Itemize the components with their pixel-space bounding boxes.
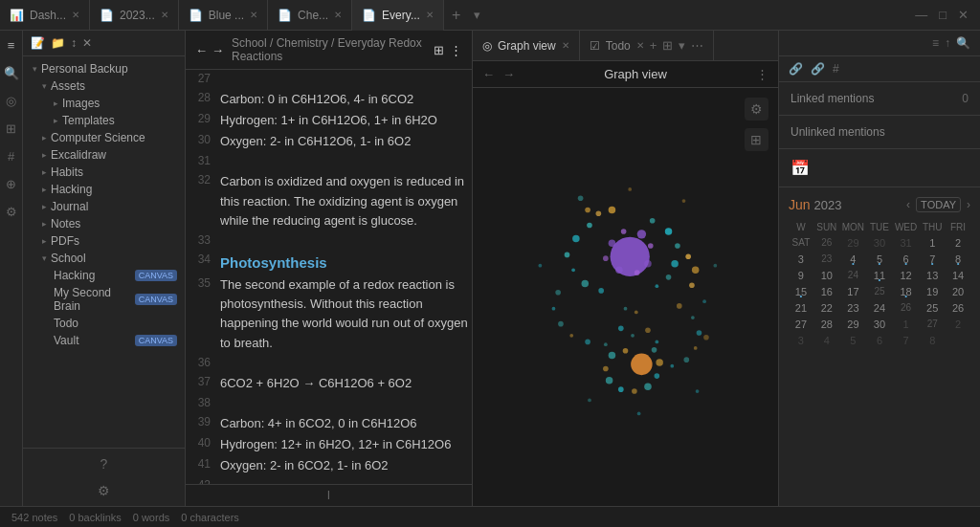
cal-day-17[interactable]: 17: [840, 284, 866, 299]
new-note-icon[interactable]: 📝: [31, 36, 45, 50]
cal-day-27[interactable]: 27: [789, 317, 813, 332]
files-icon[interactable]: ≡: [6, 36, 17, 55]
cal-day-7-next[interactable]: 7: [893, 333, 919, 348]
cal-day-1[interactable]: 1: [920, 235, 945, 251]
cal-day-6-next[interactable]: 6: [867, 333, 892, 348]
plugin-icon[interactable]: ⊕: [4, 175, 18, 193]
tab-close-blue[interactable]: ✕: [250, 10, 257, 20]
close-window-icon[interactable]: ✕: [954, 6, 972, 24]
link-unlink-icon[interactable]: 🔗: [811, 62, 825, 76]
tree-templates[interactable]: ▸ Templates: [23, 112, 185, 129]
cal-day-2[interactable]: 2: [946, 235, 970, 251]
cal-day-9[interactable]: 9: [789, 268, 813, 283]
tree-my-second-brain[interactable]: My Second Brain CANVAS: [23, 284, 185, 315]
bookmark-icon[interactable]: ⊞: [4, 120, 18, 138]
cal-day-18[interactable]: 18: [893, 284, 919, 299]
tree-hacking[interactable]: ▸ Hacking: [23, 181, 185, 198]
cal-next-icon[interactable]: ›: [967, 198, 970, 211]
tree-pdfs[interactable]: ▸ PDFs: [23, 232, 185, 250]
cal-day-2-next[interactable]: 2: [946, 317, 970, 332]
tab-2023[interactable]: 📄 2023... ✕: [90, 0, 179, 31]
cal-day-4-next[interactable]: 4: [814, 333, 839, 348]
cal-day-1-next[interactable]: 1: [893, 317, 919, 332]
graph-tab-close[interactable]: ✕: [562, 40, 569, 51]
tree-images[interactable]: ▸ Images: [23, 95, 185, 112]
tree-vault[interactable]: Vault CANVAS: [23, 332, 185, 349]
todo-more-icon[interactable]: ⋯: [691, 38, 703, 53]
cal-day-5-next[interactable]: 5: [840, 333, 866, 348]
tab-every[interactable]: 📄 Every... ✕: [352, 0, 444, 31]
graph-canvas[interactable]: ⚙ ⊞: [473, 88, 778, 506]
cal-day-8[interactable]: 8: [946, 252, 970, 267]
tab-close-dash[interactable]: ✕: [72, 10, 79, 20]
new-folder-icon[interactable]: 📁: [51, 36, 65, 50]
tree-todo[interactable]: Todo: [23, 315, 185, 332]
restore-icon[interactable]: □: [935, 6, 950, 24]
tab-dash[interactable]: 📊 Dash... ✕: [0, 0, 90, 31]
tab-overflow-chevron[interactable]: ▾: [468, 8, 486, 22]
help-icon[interactable]: ?: [23, 452, 185, 475]
hash-icon[interactable]: #: [833, 62, 839, 76]
link-icon[interactable]: 🔗: [789, 62, 803, 76]
editor-content[interactable]: 27 28 Carbon: 0 in C6H12O6, 4- in 6CO2 2…: [186, 70, 472, 484]
close-sidebar-icon[interactable]: ✕: [82, 36, 92, 50]
cal-day-20[interactable]: 20: [946, 284, 970, 299]
tree-journal[interactable]: ▸ Journal: [23, 198, 185, 215]
panel-search-icon[interactable]: 🔍: [956, 36, 970, 50]
tree-excalidraw[interactable]: ▸ Excalidraw: [23, 146, 185, 164]
calendar-icon[interactable]: 📅: [791, 160, 810, 176]
cal-day-22[interactable]: 22: [814, 300, 839, 316]
cal-day-25[interactable]: 25: [920, 300, 945, 316]
graph-view-tab[interactable]: ◎ Graph view ✕: [473, 31, 580, 60]
cal-day-24[interactable]: 24: [867, 300, 892, 316]
cal-day-21[interactable]: 21: [789, 300, 813, 316]
tree-school-hacking[interactable]: Hacking CANVAS: [23, 267, 185, 284]
tree-notes[interactable]: ▸ Notes: [23, 215, 185, 232]
forward-icon[interactable]: →: [212, 43, 224, 57]
tag-icon[interactable]: #: [6, 147, 16, 165]
cal-day-19[interactable]: 19: [920, 284, 945, 299]
tab-close-che[interactable]: ✕: [334, 10, 342, 20]
tab-blue[interactable]: 📄 Blue ... ✕: [179, 0, 268, 31]
cal-day-13[interactable]: 13: [920, 268, 945, 283]
cal-day-16[interactable]: 16: [814, 284, 839, 299]
tab-close-2023[interactable]: ✕: [161, 10, 168, 20]
cal-day-11[interactable]: 11: [867, 268, 892, 283]
cal-today-button[interactable]: TODAY: [916, 197, 961, 212]
graph-back-icon[interactable]: ←: [482, 67, 495, 81]
cal-day-14[interactable]: 14: [946, 268, 970, 283]
settings-bottom-icon[interactable]: ⚙: [23, 479, 185, 502]
todo-chevron-icon[interactable]: ▾: [679, 38, 685, 53]
todo-tab[interactable]: ☑ Todo ✕ + ⊞ ▾ ⋯: [580, 31, 715, 60]
graph-settings-icon[interactable]: ⚙: [745, 98, 768, 121]
graph-icon[interactable]: ◎: [4, 92, 18, 110]
tab-che[interactable]: 📄 Che... ✕: [268, 0, 352, 31]
tab-close-every[interactable]: ✕: [426, 10, 434, 20]
minimize-icon[interactable]: —: [911, 6, 931, 24]
tree-school[interactable]: ▾ School: [23, 250, 185, 267]
graph-more-icon[interactable]: ⋮: [756, 67, 768, 81]
tab-add-button[interactable]: +: [444, 7, 468, 24]
list-icon[interactable]: ≡: [932, 36, 939, 50]
back-icon[interactable]: ←: [195, 43, 208, 57]
cal-day-29-prev[interactable]: 29: [840, 235, 866, 251]
tree-assets[interactable]: ▾ Assets: [23, 77, 185, 95]
cal-day-3[interactable]: 3: [789, 252, 813, 267]
cal-day-7[interactable]: 7: [920, 252, 945, 267]
todo-add-icon[interactable]: +: [650, 38, 657, 53]
cal-day-5[interactable]: 5: [867, 252, 892, 267]
todo-split-icon[interactable]: ⊞: [662, 38, 673, 53]
graph-filter-icon[interactable]: ⊞: [745, 128, 768, 151]
cal-day-26[interactable]: 26: [946, 300, 970, 316]
todo-tab-close[interactable]: ✕: [636, 40, 644, 51]
tree-habits[interactable]: ▸ Habits: [23, 164, 185, 181]
cal-day-30[interactable]: 30: [867, 317, 892, 332]
cal-day-10[interactable]: 10: [814, 268, 839, 283]
cal-day-6[interactable]: 6: [893, 252, 919, 267]
cal-day-12[interactable]: 12: [893, 268, 919, 283]
cal-day-31-prev[interactable]: 31: [893, 235, 919, 251]
cal-day-29[interactable]: 29: [840, 317, 866, 332]
settings-icon[interactable]: ⚙: [4, 203, 19, 221]
cal-day-23[interactable]: 23: [840, 300, 866, 316]
graph-forward-icon[interactable]: →: [502, 67, 515, 81]
